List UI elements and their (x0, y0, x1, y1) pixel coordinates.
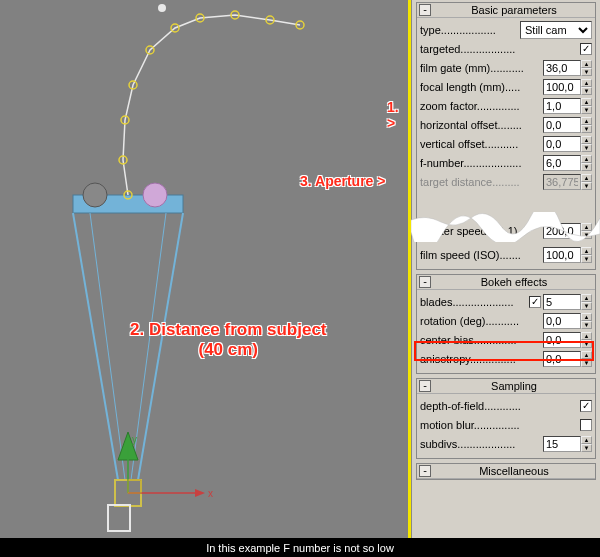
spin-up[interactable]: ▲ (581, 313, 592, 321)
spin-down[interactable]: ▼ (581, 302, 592, 310)
caption-line1: In this example F number is not so low (0, 542, 600, 555)
f-number-label: f-number................... (420, 157, 541, 169)
anisotropy-input[interactable] (543, 351, 581, 367)
rollout-bokeh: - Bokeh effects blades..................… (416, 274, 596, 374)
spin-up[interactable]: ▲ (581, 79, 592, 87)
annotation-1: 1. > (387, 99, 410, 131)
rollout-header-misc[interactable]: - Miscellaneous (417, 464, 595, 479)
film-gate-label: film gate (mm)........... (420, 62, 541, 74)
svg-point-1 (83, 183, 107, 207)
spin-down[interactable]: ▼ (581, 68, 592, 76)
annotation-distance: 2. Distance from subject (40 cm) (130, 320, 327, 361)
vertical-offset-label: vertical offset........... (420, 138, 541, 150)
spin-down[interactable]: ▼ (581, 144, 592, 152)
rollout-misc: - Miscellaneous (416, 463, 596, 480)
spin-down[interactable]: ▼ (581, 359, 592, 367)
anisotropy-label: anisotropy............... (420, 353, 541, 365)
rollout-title-sampling: Sampling (435, 380, 593, 392)
spin-down[interactable]: ▼ (581, 340, 592, 348)
svg-marker-14 (195, 489, 205, 497)
spin-down[interactable]: ▼ (581, 231, 592, 239)
blades-checkbox[interactable]: ✓ (529, 296, 541, 308)
iso-input[interactable] (543, 247, 581, 263)
spin-up[interactable]: ▲ (581, 98, 592, 106)
vertical-offset-input[interactable] (543, 136, 581, 152)
spin-down: ▼ (581, 182, 592, 190)
svg-text:x: x (208, 488, 213, 499)
targeted-label: targeted.................. (420, 43, 578, 55)
annotation-line2: (40 cm) (198, 340, 258, 359)
rollout-title-misc: Miscellaneous (435, 465, 593, 477)
rollout-title-bokeh: Bokeh effects (435, 276, 593, 288)
rollout-basic: - Basic parameters type.................… (416, 2, 596, 270)
motion-blur-checkbox[interactable] (580, 419, 592, 431)
spin-up[interactable]: ▲ (581, 223, 592, 231)
motion-blur-label: motion blur............... (420, 419, 578, 431)
subdivs-label: subdivs................... (420, 438, 541, 450)
f-number-input[interactable] (543, 155, 581, 171)
spin-up[interactable]: ▲ (581, 117, 592, 125)
horizontal-offset-label: horizontal offset........ (420, 119, 541, 131)
shutter-speed-label: shutter speed (s^-1). (420, 225, 541, 237)
caption: In this example F number is not so low b… (0, 538, 600, 557)
spin-up[interactable]: ▲ (581, 332, 592, 340)
spin-up[interactable]: ▲ (581, 60, 592, 68)
annotation-line1: 2. Distance from subject (130, 320, 327, 339)
blades-input[interactable] (543, 294, 581, 310)
spin-up: ▲ (581, 174, 592, 182)
type-label: type.................. (420, 24, 518, 36)
spin-down[interactable]: ▼ (581, 125, 592, 133)
spin-down[interactable]: ▼ (581, 255, 592, 263)
spin-up[interactable]: ▲ (581, 247, 592, 255)
svg-point-2 (143, 183, 167, 207)
spin-up[interactable]: ▲ (581, 155, 592, 163)
zoom-input[interactable] (543, 98, 581, 114)
spin-up[interactable]: ▲ (581, 294, 592, 302)
zoom-label: zoom factor.............. (420, 100, 541, 112)
spin-up[interactable]: ▲ (581, 351, 592, 359)
spin-up[interactable]: ▲ (581, 436, 592, 444)
rollout-title-basic: Basic parameters (435, 4, 593, 16)
type-select[interactable]: Still cam (520, 21, 592, 39)
spin-up[interactable]: ▲ (581, 136, 592, 144)
focal-length-input[interactable] (543, 79, 581, 95)
rotation-input[interactable] (543, 313, 581, 329)
rollout-toggle-bokeh[interactable]: - (419, 276, 431, 288)
rotation-label: rotation (deg)........... (420, 315, 541, 327)
iso-label: film speed (ISO)....... (420, 249, 541, 261)
target-distance-label: target distance......... (420, 176, 541, 188)
parameters-panel[interactable]: - Basic parameters type.................… (411, 0, 600, 538)
dof-label: depth-of-field............ (420, 400, 578, 412)
spin-down[interactable]: ▼ (581, 444, 592, 452)
horizontal-offset-input[interactable] (543, 117, 581, 133)
spin-down[interactable]: ▼ (581, 163, 592, 171)
svg-text:y: y (132, 434, 137, 445)
viewport[interactable]: y x 2. Distance from subject (40 cm) 1. … (0, 0, 410, 538)
rollout-toggle-sampling[interactable]: - (419, 380, 431, 392)
center-bias-label: center bias.............. (420, 334, 541, 346)
rollout-toggle-basic[interactable]: - (419, 4, 431, 16)
svg-point-27 (158, 4, 166, 12)
rollout-sampling: - Sampling depth-of-field............ ✓ … (416, 378, 596, 459)
shutter-speed-input[interactable] (543, 223, 581, 239)
focal-length-label: focal length (mm)..... (420, 81, 541, 93)
spin-down[interactable]: ▼ (581, 106, 592, 114)
center-bias-input[interactable] (543, 332, 581, 348)
rollout-header-basic[interactable]: - Basic parameters (417, 3, 595, 18)
annotation-aperture: 3. Aperture > (300, 173, 385, 189)
svg-rect-8 (108, 505, 130, 531)
spin-down[interactable]: ▼ (581, 321, 592, 329)
film-gate-input[interactable] (543, 60, 581, 76)
blades-label: blades.................... (420, 296, 527, 308)
rollout-header-sampling[interactable]: - Sampling (417, 379, 595, 394)
targeted-checkbox[interactable]: ✓ (580, 43, 592, 55)
rollout-toggle-misc[interactable]: - (419, 465, 431, 477)
spin-down[interactable]: ▼ (581, 87, 592, 95)
dof-checkbox[interactable]: ✓ (580, 400, 592, 412)
svg-rect-16 (128, 480, 141, 493)
subdivs-input[interactable] (543, 436, 581, 452)
target-distance-input (543, 174, 581, 190)
rollout-header-bokeh[interactable]: - Bokeh effects (417, 275, 595, 290)
